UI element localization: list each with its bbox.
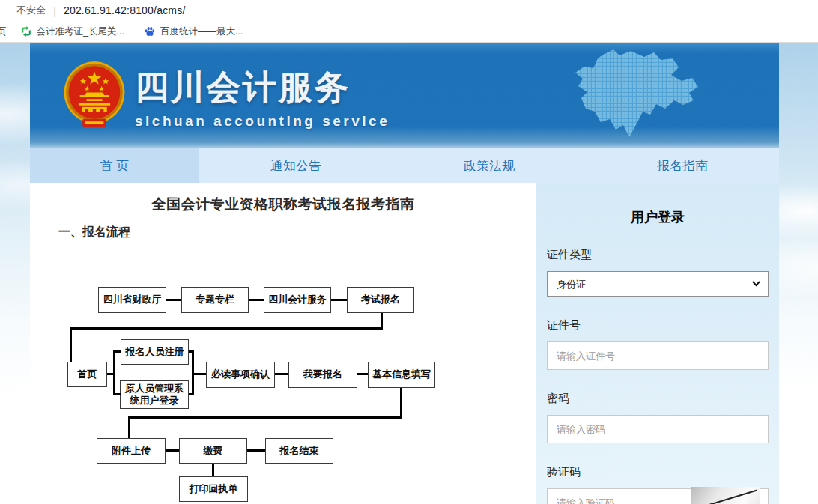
bookmark-item-partial[interactable]: 页	[0, 25, 7, 38]
nav-item-registration-guide[interactable]: 报名指南	[586, 148, 779, 183]
flow-box: 基本信息填写	[368, 362, 435, 388]
address-bar[interactable]: 不安全 | 202.61.91.42:8100/acms/	[0, 0, 818, 21]
browser-chrome: 不安全 | 202.61.91.42:8100/acms/ 页 会计准考证_长尾…	[0, 0, 818, 43]
login-panel: 用户登录 证件类型 身份证 证件号 密码 验证码	[536, 183, 779, 504]
flow-connector	[128, 416, 130, 438]
id-number-label: 证件号	[547, 318, 769, 333]
nav-item-home[interactable]: 首 页	[30, 148, 199, 183]
flow-connector	[189, 393, 192, 395]
baidu-paw-icon	[144, 25, 156, 37]
flow-box: 专题专栏	[181, 287, 249, 313]
flow-box: 必读事项确认	[206, 362, 275, 388]
flow-box: 附件上传	[97, 438, 166, 464]
flow-connector	[115, 393, 121, 395]
bookmark-item-kuaiji[interactable]: 会计准考证_长尾关...	[20, 25, 124, 38]
address-separator: |	[53, 4, 56, 17]
page-background: 四川会计服务 sichuan accounting service 首 页 通知…	[0, 43, 818, 504]
site-subtitle: sichuan accounting service	[135, 113, 390, 130]
flow-box: 四川会计服务	[264, 287, 331, 313]
flow-connector	[400, 388, 402, 418]
url-text[interactable]: 202.61.91.42:8100/acms/	[64, 4, 186, 16]
nav-item-notices[interactable]: 通知公告	[199, 148, 393, 183]
flow-connector	[189, 350, 192, 353]
password-label: 密码	[547, 392, 769, 406]
site-header: 四川会计服务 sichuan accounting service	[30, 43, 779, 148]
loop-icon	[20, 25, 32, 37]
main-nav: 首 页 通知公告 政策法规 报名指南	[30, 148, 779, 183]
flow-box: 考试报名	[347, 287, 414, 313]
flow-connector	[128, 416, 402, 419]
flow-connector	[70, 327, 72, 362]
registration-flowchart: 四川省财政厅 专题专栏 四川会计服务 考试报名 首页 报名人员注册 原人员管理系…	[30, 183, 536, 504]
national-emblem-logo	[61, 61, 127, 130]
bookmark-item-baidu[interactable]: 百度统计——最大...	[144, 25, 243, 38]
login-title: 用户登录	[547, 208, 769, 226]
bookmarks-bar: 页 会计准考证_长尾关...	[0, 21, 818, 42]
captcha-label: 验证码	[547, 465, 769, 479]
flow-box: 打印回执单	[179, 476, 248, 502]
flow-connector	[247, 449, 265, 452]
flow-box: 首页	[67, 362, 107, 387]
flow-connector	[115, 350, 121, 353]
flow-box: 原人员管理系统用户登录	[120, 380, 189, 409]
security-label: 不安全	[16, 4, 46, 17]
site-title: 四川会计服务	[135, 65, 390, 110]
id-number-input[interactable]	[547, 341, 769, 370]
flow-box: 缴费	[179, 438, 247, 464]
flow-box: 四川省财政厅	[98, 287, 166, 313]
sichuan-map-graphic	[528, 44, 738, 148]
flow-box: 我要报名	[288, 362, 357, 388]
flow-connector	[249, 299, 264, 301]
flow-connector	[166, 449, 179, 452]
captcha-text: mwmx	[691, 500, 760, 504]
flow-connector	[194, 373, 206, 375]
flow-box: 报名结束	[265, 438, 333, 464]
nav-item-policies[interactable]: 政策法规	[393, 148, 586, 183]
captcha-image[interactable]: mwmx	[691, 487, 760, 504]
main-content: 全国会计专业资格职称考试报名报考指南 一、报名流程 四川省财政厅 专题专栏 四川…	[30, 183, 536, 504]
flow-connector	[70, 327, 383, 330]
flow-box: 报名人员注册	[121, 339, 189, 365]
flow-connector	[166, 299, 181, 301]
flow-connector	[331, 299, 347, 301]
flow-connector	[357, 373, 368, 375]
flow-connector	[212, 464, 214, 476]
id-type-label: 证件类型	[547, 248, 769, 262]
password-input[interactable]	[547, 415, 769, 443]
flow-connector	[113, 350, 115, 395]
id-type-select[interactable]: 身份证	[547, 271, 769, 297]
flow-connector	[275, 373, 288, 375]
